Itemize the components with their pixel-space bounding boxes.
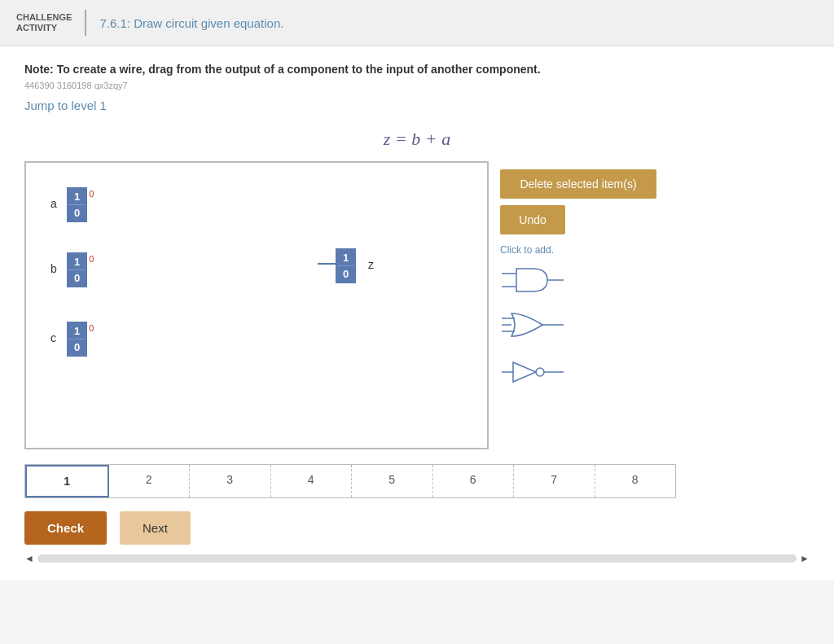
output-z-component[interactable]: 1 0 z bbox=[336, 248, 356, 283]
output-z-val1: 1 bbox=[337, 250, 354, 266]
input-c-component[interactable]: c 1 0 0 bbox=[67, 322, 94, 357]
level-7-item[interactable]: 7 bbox=[514, 465, 595, 497]
input-c-val0[interactable]: 0 bbox=[68, 340, 86, 355]
input-a-component[interactable]: a 1 0 0 bbox=[67, 187, 94, 222]
sidebar-panel: Delete selected item(s) Undo Click to ad… bbox=[489, 161, 668, 449]
scroll-right-arrow[interactable]: ► bbox=[800, 553, 810, 564]
output-z-wire bbox=[318, 263, 336, 265]
or-gate-icon[interactable] bbox=[500, 307, 565, 348]
input-c-zero-red: 0 bbox=[87, 322, 94, 333]
input-a-toggle-row: 1 0 0 bbox=[67, 187, 94, 222]
main-content: Note: To create a wire, drag from the ou… bbox=[0, 46, 834, 580]
output-z-label: z bbox=[368, 258, 374, 271]
jump-to-level-link[interactable]: Jump to level 1 bbox=[24, 99, 107, 112]
input-c-toggle[interactable]: 1 0 bbox=[67, 322, 87, 357]
note-suffix: of another component. bbox=[417, 63, 541, 76]
input-b-val1[interactable]: 1 bbox=[68, 254, 86, 270]
action-buttons: Check Next bbox=[24, 511, 810, 545]
scrollbar-track[interactable] bbox=[37, 554, 797, 563]
input-c-toggle-row: 1 0 0 bbox=[67, 322, 94, 357]
and-gate-icon[interactable] bbox=[500, 262, 565, 299]
level-4-item[interactable]: 4 bbox=[271, 465, 353, 497]
input-a-label: a bbox=[50, 197, 57, 210]
input-a-val1[interactable]: 1 bbox=[68, 189, 86, 205]
canvas-inner: a 1 0 0 b 1 0 bbox=[26, 163, 487, 448]
note-text: Note: To create a wire, drag from the ou… bbox=[24, 63, 810, 76]
next-button[interactable]: Next bbox=[120, 511, 191, 545]
session-id: 446390 3160198 qx3zqy7 bbox=[24, 81, 810, 90]
levels-bar: 1 2 3 4 5 6 7 8 bbox=[24, 464, 676, 498]
check-button[interactable]: Check bbox=[24, 511, 107, 545]
note-input-bold: input bbox=[386, 63, 414, 76]
svg-marker-8 bbox=[513, 362, 536, 382]
delete-selected-button[interactable]: Delete selected item(s) bbox=[500, 169, 656, 199]
level-6-item[interactable]: 6 bbox=[433, 465, 515, 497]
output-z-val0: 0 bbox=[337, 266, 354, 282]
input-a-toggle[interactable]: 1 0 bbox=[67, 187, 87, 222]
header-bar: CHALLENGE ACTIVITY 7.6.1: Draw circuit g… bbox=[0, 0, 834, 46]
level-1-item[interactable]: 1 bbox=[25, 465, 109, 497]
output-z-toggle[interactable]: 1 0 bbox=[336, 248, 356, 283]
level-3-item[interactable]: 3 bbox=[190, 465, 271, 497]
input-a-val0[interactable]: 0 bbox=[68, 205, 86, 221]
input-c-val1[interactable]: 1 bbox=[68, 323, 86, 340]
input-b-toggle[interactable]: 1 0 bbox=[67, 252, 87, 287]
input-c-label: c bbox=[50, 331, 56, 344]
input-b-toggle-row: 1 0 0 bbox=[67, 252, 94, 287]
note-output-bold: output bbox=[225, 63, 261, 76]
input-b-label: b bbox=[50, 262, 57, 275]
input-b-zero-red: 0 bbox=[87, 252, 94, 264]
level-8-item[interactable]: 8 bbox=[595, 465, 676, 497]
circuit-area-row: a 1 0 0 b 1 0 bbox=[24, 161, 810, 449]
header-title: 7.6.1: Draw circuit given equation. bbox=[99, 16, 283, 30]
level-2-item[interactable]: 2 bbox=[109, 465, 191, 497]
gate-icons-container bbox=[500, 262, 656, 388]
note-middle: of a component to the bbox=[264, 63, 386, 76]
level-5-item[interactable]: 5 bbox=[352, 465, 433, 497]
input-b-component[interactable]: b 1 0 0 bbox=[67, 252, 94, 287]
scrollbar-row: ◄ ► bbox=[24, 553, 810, 564]
undo-button[interactable]: Undo bbox=[500, 205, 565, 234]
note-prefix: Note: To create a wire, drag from the bbox=[24, 63, 225, 76]
input-a-zero-red: 0 bbox=[87, 187, 94, 199]
scroll-left-arrow[interactable]: ◄ bbox=[24, 553, 34, 564]
circuit-canvas[interactable]: a 1 0 0 b 1 0 bbox=[24, 161, 489, 449]
challenge-label: CHALLENGE ACTIVITY bbox=[16, 12, 72, 33]
not-gate-icon[interactable] bbox=[500, 356, 565, 388]
click-to-add-label: Click to add. bbox=[500, 244, 656, 256]
equation-display: z = b + a bbox=[24, 129, 810, 150]
header-divider bbox=[85, 10, 86, 36]
input-b-val0[interactable]: 0 bbox=[68, 270, 86, 286]
